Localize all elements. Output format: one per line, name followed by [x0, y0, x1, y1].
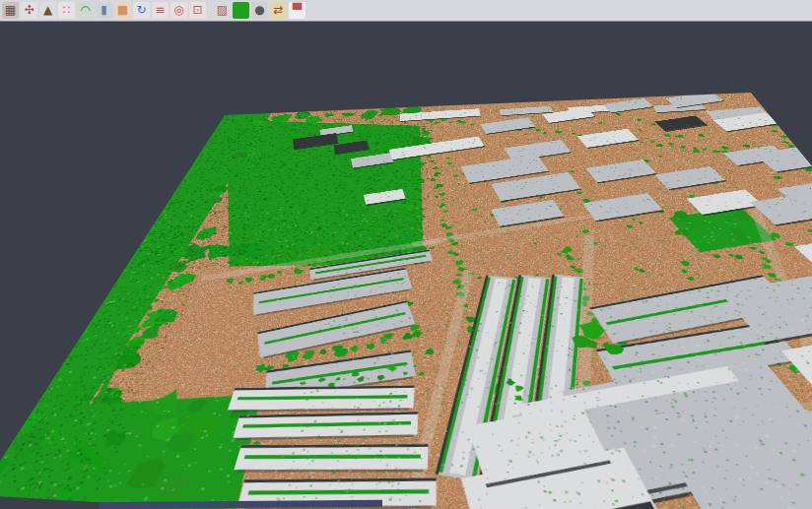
red-crop-icon[interactable]: ⊡: [189, 2, 206, 19]
camera-sphere-icon[interactable]: ●: [251, 2, 268, 19]
ground-square-icon[interactable]: ■: [114, 2, 131, 19]
terrain-hill-icon[interactable]: ◠: [77, 2, 94, 19]
3d-viewport[interactable]: [0, 22, 812, 509]
terrain-pointcloud[interactable]: [0, 93, 812, 509]
red-list-icon[interactable]: ≡: [152, 2, 169, 19]
application-window: ▦✣▲∷◠▮■↻≡◎⊡▨●⇄▀: [0, 0, 812, 509]
swap-arrows-icon[interactable]: ⇄: [270, 2, 287, 19]
panel-bar-icon[interactable]: ▮: [96, 2, 112, 19]
classification-map-icon[interactable]: [233, 2, 249, 19]
flag-half-icon[interactable]: ▀: [289, 2, 305, 19]
globe-refresh-icon[interactable]: ↻: [133, 2, 150, 19]
toolbar: ▦✣▲∷◠▮■↻≡◎⊡▨●⇄▀: [0, 0, 812, 22]
mesh-mountain-icon[interactable]: ▲: [39, 2, 56, 19]
red-ring-icon[interactable]: ◎: [170, 2, 187, 19]
sampling-dots-icon[interactable]: ∷: [58, 2, 75, 19]
grid-red-mark-icon[interactable]: ▨: [214, 2, 231, 19]
points-grid-icon[interactable]: ▦: [2, 2, 19, 19]
scatter-points-icon[interactable]: ✣: [21, 2, 37, 19]
